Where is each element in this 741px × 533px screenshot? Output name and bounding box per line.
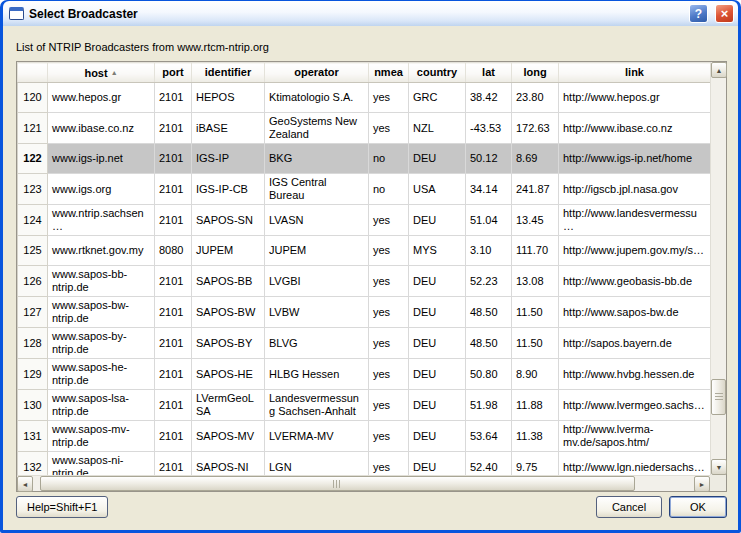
cell-port[interactable]: 2101: [155, 266, 192, 297]
scroll-down-button[interactable]: ▼: [711, 459, 727, 475]
cell-lat[interactable]: 48.50: [466, 328, 512, 359]
cell-host[interactable]: www.hepos.gr: [48, 83, 155, 113]
cell-country[interactable]: DEU: [409, 205, 466, 236]
cell-link[interactable]: http://www.lgn.niedersachs…: [559, 452, 711, 476]
cell-link[interactable]: http://www.lvermgeo.sachs…: [559, 390, 711, 421]
cell-country[interactable]: DEU: [409, 297, 466, 328]
cell-port[interactable]: 2101: [155, 390, 192, 421]
table-row[interactable]: 124www.ntrip.sachsen…2101SAPOS-SNLVASNye…: [18, 205, 711, 236]
cell-operator[interactable]: Ktimatologio S.A.: [265, 83, 369, 113]
cell-lat[interactable]: 34.14: [466, 174, 512, 205]
table-row[interactable]: 129www.sapos-he-ntrip.de2101SAPOS-HEHLBG…: [18, 359, 711, 390]
cell-operator[interactable]: BLVG: [265, 328, 369, 359]
column-header-country[interactable]: country: [409, 63, 466, 83]
horizontal-scrollbar[interactable]: ◄ ►: [17, 475, 710, 491]
scroll-left-button[interactable]: ◄: [17, 476, 33, 492]
cell-identifier[interactable]: IGS-IP-CB: [192, 174, 265, 205]
cell-long[interactable]: 11.38: [512, 421, 559, 452]
cell-country[interactable]: DEU: [409, 328, 466, 359]
cell-lat[interactable]: 50.80: [466, 359, 512, 390]
cell-long[interactable]: 13.08: [512, 266, 559, 297]
row-header[interactable]: 128: [18, 328, 48, 359]
title-bar[interactable]: Select Broadcaster ? ×: [3, 1, 738, 26]
table-row[interactable]: 127www.sapos-bw-ntrip.de2101SAPOS-BWLVBW…: [18, 297, 711, 328]
cell-nmea[interactable]: no: [369, 144, 409, 174]
cell-nmea[interactable]: yes: [369, 328, 409, 359]
cell-lat[interactable]: 51.04: [466, 205, 512, 236]
cell-long[interactable]: 172.63: [512, 113, 559, 144]
cell-operator[interactable]: LVGBI: [265, 266, 369, 297]
row-header[interactable]: 131: [18, 421, 48, 452]
cell-lat[interactable]: -43.53: [466, 113, 512, 144]
cell-link[interactable]: http://igscb.jpl.nasa.gov: [559, 174, 711, 205]
cell-identifier[interactable]: SAPOS-HE: [192, 359, 265, 390]
cell-country[interactable]: MYS: [409, 236, 466, 266]
help-shortcut-button[interactable]: Help=Shift+F1: [16, 496, 108, 518]
cell-host[interactable]: www.sapos-bw-ntrip.de: [48, 297, 155, 328]
cell-country[interactable]: DEU: [409, 390, 466, 421]
cell-nmea[interactable]: yes: [369, 452, 409, 476]
cell-long[interactable]: 11.50: [512, 297, 559, 328]
cell-nmea[interactable]: yes: [369, 205, 409, 236]
cell-operator[interactable]: LVASN: [265, 205, 369, 236]
cell-lat[interactable]: 3.10: [466, 236, 512, 266]
cell-port[interactable]: 2101: [155, 205, 192, 236]
cell-country[interactable]: DEU: [409, 144, 466, 174]
cell-nmea[interactable]: yes: [369, 236, 409, 266]
cell-identifier[interactable]: IGS-IP: [192, 144, 265, 174]
column-header-nmea[interactable]: nmea: [369, 63, 409, 83]
column-header-lat[interactable]: lat: [466, 63, 512, 83]
row-header[interactable]: 120: [18, 83, 48, 113]
cell-port[interactable]: 2101: [155, 452, 192, 476]
cell-long[interactable]: 11.50: [512, 328, 559, 359]
cell-identifier[interactable]: SAPOS-MV: [192, 421, 265, 452]
cell-port[interactable]: 2101: [155, 144, 192, 174]
cell-lat[interactable]: 50.12: [466, 144, 512, 174]
scroll-right-button[interactable]: ►: [694, 476, 710, 492]
cell-country[interactable]: USA: [409, 174, 466, 205]
row-header[interactable]: 127: [18, 297, 48, 328]
table-row[interactable]: 125www.rtknet.gov.my8080JUPEMJUPEMyesMYS…: [18, 236, 711, 266]
cell-identifier[interactable]: JUPEM: [192, 236, 265, 266]
cell-lat[interactable]: 51.98: [466, 390, 512, 421]
column-header-port[interactable]: port: [155, 63, 192, 83]
cell-host[interactable]: www.sapos-ni-ntrip.de: [48, 452, 155, 476]
cell-identifier[interactable]: LVermGeoLSA: [192, 390, 265, 421]
cancel-button[interactable]: Cancel: [596, 496, 662, 518]
cell-operator[interactable]: LGN: [265, 452, 369, 476]
cell-link[interactable]: http://www.hvbg.hessen.de: [559, 359, 711, 390]
column-header-long[interactable]: long: [512, 63, 559, 83]
row-header[interactable]: 129: [18, 359, 48, 390]
cell-nmea[interactable]: yes: [369, 359, 409, 390]
cell-operator[interactable]: IGS Central Bureau: [265, 174, 369, 205]
cell-nmea[interactable]: yes: [369, 390, 409, 421]
cell-host[interactable]: www.sapos-mv-ntrip.de: [48, 421, 155, 452]
vertical-scrollbar-thumb[interactable]: [711, 379, 726, 415]
cell-identifier[interactable]: SAPOS-BW: [192, 297, 265, 328]
vertical-scrollbar[interactable]: ▲ ▼: [710, 62, 726, 475]
cell-nmea[interactable]: no: [369, 174, 409, 205]
cell-country[interactable]: DEU: [409, 421, 466, 452]
cell-link[interactable]: http://www.landesvermessu…: [559, 205, 711, 236]
ok-button[interactable]: OK: [669, 496, 727, 518]
cell-long[interactable]: 11.88: [512, 390, 559, 421]
row-header[interactable]: 125: [18, 236, 48, 266]
cell-operator[interactable]: BKG: [265, 144, 369, 174]
cell-operator[interactable]: LVERMA-MV: [265, 421, 369, 452]
row-header[interactable]: 121: [18, 113, 48, 144]
horizontal-scrollbar-track[interactable]: [33, 476, 694, 491]
cell-country[interactable]: NZL: [409, 113, 466, 144]
cell-port[interactable]: 2101: [155, 83, 192, 113]
table-row[interactable]: 120www.hepos.gr2101HEPOSKtimatologio S.A…: [18, 83, 711, 113]
cell-identifier[interactable]: SAPOS-BB: [192, 266, 265, 297]
cell-port[interactable]: 2101: [155, 359, 192, 390]
cell-host[interactable]: www.igs.org: [48, 174, 155, 205]
column-header-link[interactable]: link: [559, 63, 711, 83]
cell-host[interactable]: www.ntrip.sachsen…: [48, 205, 155, 236]
column-header-host[interactable]: host▲: [48, 63, 155, 83]
cell-operator[interactable]: GeoSystems New Zealand: [265, 113, 369, 144]
table-row[interactable]: 123www.igs.org2101IGS-IP-CBIGS Central B…: [18, 174, 711, 205]
table-row[interactable]: 130www.sapos-lsa-ntrip.de2101LVermGeoLSA…: [18, 390, 711, 421]
cell-port[interactable]: 2101: [155, 328, 192, 359]
cell-identifier[interactable]: SAPOS-SN: [192, 205, 265, 236]
